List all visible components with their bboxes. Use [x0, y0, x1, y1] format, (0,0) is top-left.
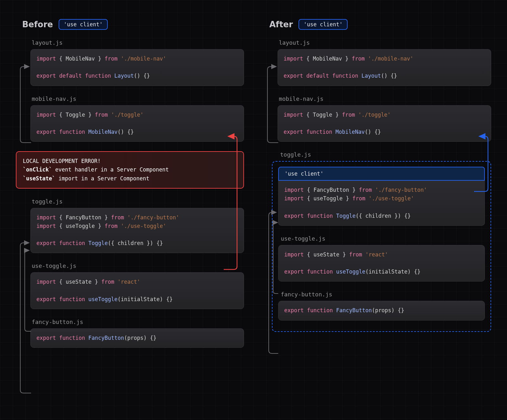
code-toggle: import { FancyButton } from './fancy-but… — [278, 181, 485, 226]
code-usetoggle: import { useState } from 'react' export … — [278, 245, 485, 282]
file-label-usetoggle: use-toggle.js — [279, 235, 485, 242]
before-column: Before 'use client' layout.js import { M… — [16, 19, 244, 401]
file-label-toggle: toggle.js — [30, 198, 244, 205]
file-label-mobilenav: mobile-nav.js — [30, 95, 244, 102]
directive-badge: 'use client' — [298, 19, 348, 30]
file-label-fancybutton: fancy-button.js — [30, 319, 244, 325]
file-label-usetoggle: use-toggle.js — [30, 262, 244, 269]
after-column: After 'use client' layout.js import { Mo… — [263, 19, 491, 401]
client-boundary-box: 'use client' import { FancyButton } from… — [272, 161, 491, 332]
code-layout: import { MobileNav } from './mobile-nav'… — [30, 49, 244, 86]
code-fancybutton: export function FancyButton(props) {} — [278, 301, 485, 320]
code-fancybutton: export function FancyButton(props) {} — [30, 328, 244, 348]
before-title: Before — [22, 20, 53, 29]
after-title: After — [269, 20, 293, 29]
file-label-layout: layout.js — [30, 39, 244, 46]
use-client-banner: 'use client' — [278, 167, 485, 181]
code-usetoggle: import { useState } from 'react' export … — [30, 272, 244, 309]
file-label-layout: layout.js — [278, 39, 491, 46]
error-heading: LOCAL DEVELOPMENT ERROR! — [23, 157, 237, 165]
code-toggle: import { FancyButton } from './fancy-but… — [30, 208, 244, 253]
file-label-fancybutton: fancy-button.js — [279, 291, 485, 298]
code-layout: import { MobileNav } from './mobile-nav'… — [278, 49, 491, 86]
code-mobilenav: import { Toggle } from './toggle' export… — [278, 105, 491, 142]
directive-badge: 'use client' — [59, 19, 108, 30]
error-box: LOCAL DEVELOPMENT ERROR! `onClick` event… — [16, 151, 244, 189]
code-mobilenav: import { Toggle } from './toggle' export… — [30, 105, 244, 142]
file-label-mobilenav: mobile-nav.js — [278, 95, 491, 102]
file-label-toggle: toggle.js — [279, 151, 491, 158]
